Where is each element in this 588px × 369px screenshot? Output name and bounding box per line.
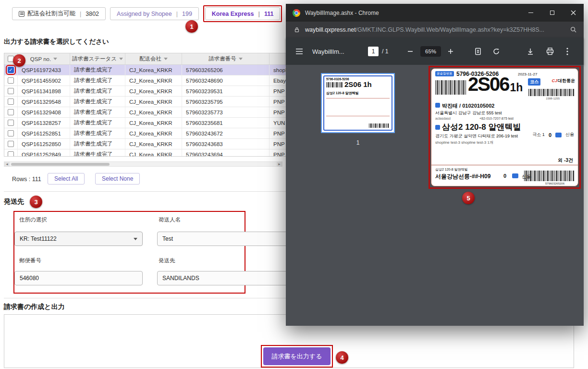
- tab-count: 199: [182, 11, 192, 17]
- output-invoice-button[interactable]: 請求書を出力する: [263, 347, 331, 365]
- building-text: 삼성2 120-8 알앤텍빌: [442, 123, 521, 132]
- row-checkbox[interactable]: [8, 141, 14, 147]
- row-checkbox[interactable]: [8, 67, 14, 73]
- thumbnail-page-number: 1: [321, 139, 395, 146]
- recipient-text: 박진태 / 01020105002: [442, 103, 494, 109]
- scroll-right-arrow[interactable]: ►: [277, 162, 282, 166]
- filter-icon[interactable]: [239, 58, 243, 60]
- rows-count-label: Rows : 111: [12, 176, 41, 183]
- cell-carrier: CJ_Korea_KRKR: [125, 149, 182, 157]
- page-total-label: / 1: [382, 48, 388, 55]
- thumbnail-waybill: 5796-0326-5206 2S06 1h 삼성2 120-8 알앤텍빌: [323, 75, 392, 131]
- sender-name-label: 荷送人名: [159, 216, 181, 223]
- minimize-button[interactable]: [520, 4, 541, 22]
- page-title: 出力する請求書を選択してください: [4, 37, 109, 46]
- recipient-phone: +82-010-7207-875 test: [479, 117, 514, 120]
- tab-label: Korea Express: [212, 11, 254, 17]
- carrier-logo: CJ대한통운: [551, 78, 575, 84]
- page-thumbnail[interactable]: 5796-0326-5206 2S06 1h 삼성2 120-8 알앤텍빌: [321, 73, 395, 133]
- destination-input[interactable]: [157, 271, 301, 285]
- size-row: 극소 1 0 신용: [532, 132, 574, 138]
- cell-qsp: QSP161455902: [18, 75, 70, 86]
- page-number-input[interactable]: 1: [368, 47, 379, 56]
- row-checkbox[interactable]: [8, 120, 14, 126]
- scroll-left-arrow[interactable]: ◄: [4, 162, 10, 166]
- row-checkbox-cell: [4, 75, 18, 86]
- postal-code-input[interactable]: [14, 271, 143, 285]
- separator: |: [80, 11, 81, 17]
- address-bar[interactable]: waybill.qxpress.net/GMKT.INC.GLPS.Waybil…: [286, 22, 584, 37]
- sender-name-input[interactable]: [157, 232, 301, 246]
- rotate-icon[interactable]: [492, 48, 500, 55]
- cell-status: 請求書生成完了: [70, 149, 125, 157]
- cell-carrier: CJ_Korea_KRKR: [125, 86, 182, 96]
- filter-icon[interactable]: [164, 58, 168, 60]
- header-invoice-no[interactable]: 請求書番号: [182, 53, 270, 64]
- select-none-button[interactable]: Select None: [95, 173, 140, 184]
- cell-invoice-no: 579603265206: [182, 65, 270, 75]
- header-carrier[interactable]: 配送会社: [125, 53, 182, 64]
- maximize-button[interactable]: [541, 4, 563, 22]
- zoom-level[interactable]: 65%: [420, 46, 441, 57]
- url-domain: waybill.qxpress.net: [305, 26, 356, 33]
- more-options-icon[interactable]: [566, 48, 568, 55]
- row-checkbox-cell: [4, 97, 18, 107]
- blue-badge: [555, 133, 562, 137]
- cell-carrier: CJ_Korea_KRKR: [125, 139, 182, 149]
- cell-invoice-no: 579603235795: [182, 97, 270, 107]
- table-horizontal-scrollbar[interactable]: ◄ ►: [4, 161, 282, 167]
- window-title-bar[interactable]: WaybillImage.ashx - Chrome: [286, 4, 584, 22]
- row-checkbox[interactable]: [8, 88, 14, 94]
- tab-count: 3802: [86, 11, 99, 17]
- parcel-qty: 0: [549, 132, 551, 138]
- header-status[interactable]: 請求書ステータス: [70, 53, 125, 64]
- bottom-tracking-number: 579603265206: [545, 182, 564, 185]
- close-button[interactable]: [563, 4, 584, 22]
- cell-qsp: QSP161329548: [18, 97, 70, 107]
- tab-assigned-by-shopee[interactable]: Assigned by Shopee | 199: [110, 7, 199, 20]
- separator: |: [258, 11, 260, 17]
- thumb-building: 삼성2 120-8 알앤텍빌: [326, 91, 359, 96]
- annotation-box-shipping-form: 住所の選択 KR: Test11122 荷送人名 郵便番号 発送先: [13, 211, 245, 294]
- filter-icon[interactable]: [119, 58, 123, 60]
- tab-korea-express[interactable]: Korea Express | 111: [205, 7, 281, 20]
- building-name: 삼성2 120-8 알앤텍빌: [435, 122, 521, 133]
- cell-invoice-no: 579603235681: [182, 118, 270, 128]
- row-checkbox[interactable]: [8, 109, 14, 115]
- header-label: 配送会社: [139, 55, 161, 62]
- annotation-circle-5: 5: [462, 192, 475, 204]
- row-checkbox[interactable]: [8, 77, 14, 84]
- zoom-search-icon[interactable]: [570, 26, 577, 33]
- annotation-box-output-button: 請求書を出力する: [261, 345, 333, 368]
- scrollbar-thumb[interactable]: [11, 163, 110, 166]
- memo-text: actasdasd: [435, 117, 451, 120]
- print-icon[interactable]: [546, 47, 554, 56]
- cell-status: 請求書生成完了: [70, 97, 125, 107]
- cell-qsp: QSP161341898: [18, 86, 70, 96]
- menu-icon[interactable]: [295, 48, 303, 55]
- row-checkbox[interactable]: [8, 130, 14, 136]
- cell-status: 請求書生成完了: [70, 128, 125, 138]
- select-all-button[interactable]: Select All: [48, 173, 85, 184]
- cell-invoice-no: 579603248690: [182, 75, 270, 86]
- zoom-out-icon[interactable]: [407, 48, 414, 55]
- postal-code-label: 郵便番号: [19, 257, 41, 264]
- address-select[interactable]: KR: Test11122: [14, 232, 143, 246]
- row-checkbox-cell: [4, 128, 18, 138]
- row-checkbox-cell: [4, 107, 18, 117]
- carrier-logo-text: 대한통운: [558, 78, 575, 83]
- window-controls: [520, 4, 584, 22]
- header-qsp[interactable]: QSP no.: [18, 53, 70, 64]
- recipient-icon: [435, 103, 440, 108]
- row-checkbox[interactable]: [8, 98, 14, 105]
- fit-page-icon[interactable]: [474, 48, 482, 55]
- download-icon[interactable]: [526, 47, 535, 56]
- filter-icon[interactable]: [53, 58, 57, 60]
- chevron-down-icon: [134, 238, 137, 240]
- row-checkbox[interactable]: [8, 151, 14, 157]
- cell-invoice-no: 579603243672: [182, 128, 270, 138]
- address-icon: [435, 125, 440, 130]
- zoom-in-icon[interactable]: [447, 48, 454, 55]
- cell-invoice-no: 579603235773: [182, 107, 270, 117]
- tab-carrier-assignable[interactable]: 配送会社割当可能 | 3802: [12, 7, 106, 20]
